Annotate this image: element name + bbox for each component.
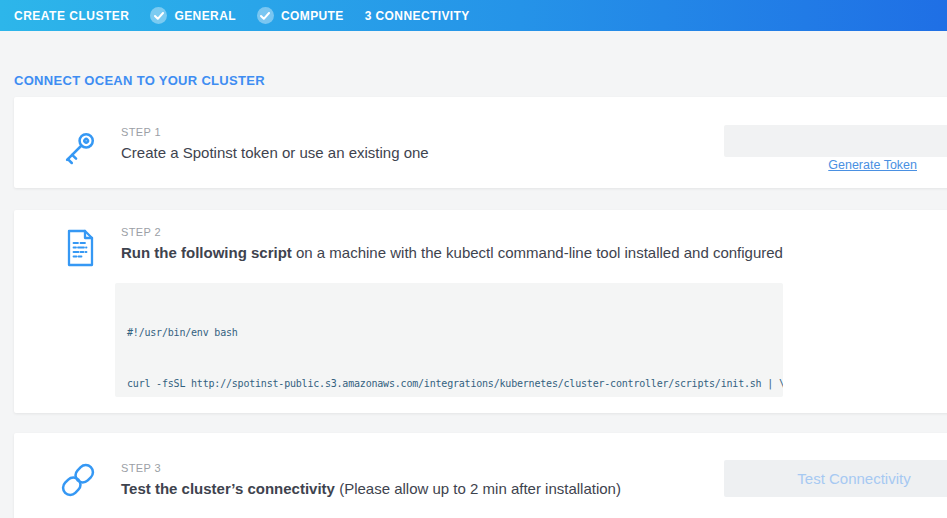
check-icon <box>150 7 167 24</box>
tab-label-connectivity: 3 CONNECTIVITY <box>365 9 470 23</box>
tab-label-general: GENERAL <box>174 9 235 23</box>
token-input[interactable] <box>724 125 947 157</box>
step3-text: Test the cluster’s connectivity (Please … <box>121 480 621 497</box>
step3-card: STEP 3 Test the cluster’s connectivity (… <box>14 433 947 518</box>
step2-card: STEP 2 Run the following script on a mac… <box>14 210 947 413</box>
test-connectivity-button[interactable]: Test Connectivity <box>724 460 947 497</box>
tab-compute[interactable]: COMPUTE <box>257 7 344 24</box>
link-icon <box>56 458 100 502</box>
step2-text-rest: on a machine with the kubectl command-li… <box>292 244 783 261</box>
page-title: CONNECT OCEAN TO YOUR CLUSTER <box>14 73 265 88</box>
step3-text-bold: Test the cluster’s connectivity <box>121 480 335 497</box>
tab-general[interactable]: GENERAL <box>150 7 235 24</box>
wizard-header: CREATE CLUSTER GENERAL COMPUTE 3 CONNECT… <box>0 0 947 31</box>
generate-token-link[interactable]: Generate Token <box>724 158 917 172</box>
create-cluster-wizard: CREATE CLUSTER GENERAL COMPUTE 3 CONNECT… <box>0 0 947 518</box>
document-icon <box>60 227 100 269</box>
code-line: #!/usr/bin/env bash <box>127 324 771 341</box>
step3-text-rest: (Please allow up to 2 min after installa… <box>335 480 621 497</box>
step2-text: Run the following script on a machine wi… <box>121 244 783 261</box>
step1-text: Create a Spotinst token or use an existi… <box>121 144 429 161</box>
tab-connectivity[interactable]: 3 CONNECTIVITY <box>365 9 470 23</box>
step2-text-bold: Run the following script <box>121 244 292 261</box>
wizard-title: CREATE CLUSTER <box>14 9 129 23</box>
code-line: curl -fsSL http://spotinst-public.s3.ama… <box>127 375 771 392</box>
step1-card: STEP 1 Create a Spotinst token or use an… <box>14 97 947 188</box>
step3-label: STEP 3 <box>121 462 161 474</box>
check-icon <box>257 7 274 24</box>
key-icon <box>56 127 100 171</box>
step2-label: STEP 2 <box>121 226 161 238</box>
install-script-code-block[interactable]: #!/usr/bin/env bash curl -fsSL http://sp… <box>115 283 783 397</box>
tab-label-compute: COMPUTE <box>281 9 344 23</box>
step1-label: STEP 1 <box>121 126 161 138</box>
